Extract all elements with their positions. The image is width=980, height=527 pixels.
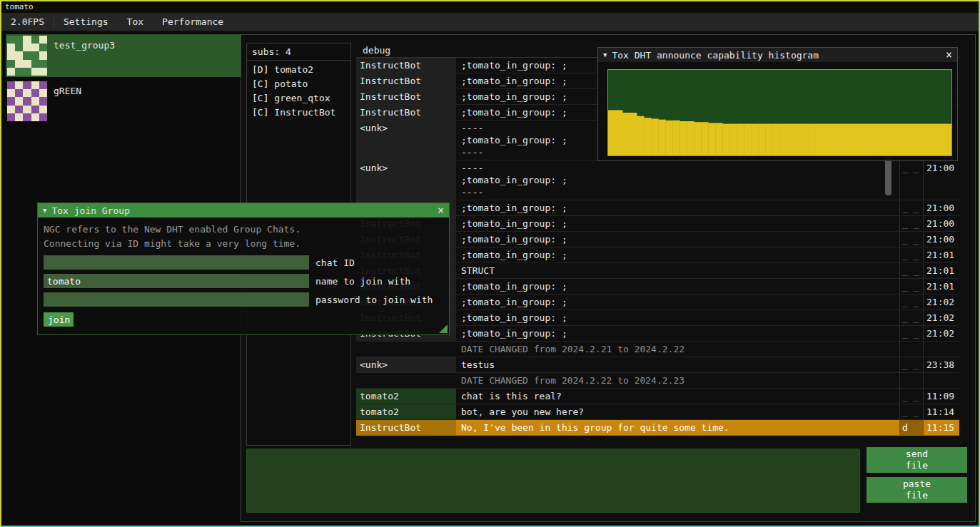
- chat-message-flags: _ _: [899, 295, 923, 309]
- roster-member[interactable]: [C] green_qtox: [247, 91, 350, 106]
- chat-sender: tomato2: [356, 404, 456, 419]
- chat-message-flags: _ _: [899, 310, 923, 325]
- join-button[interactable]: join: [44, 312, 74, 327]
- collapse-arrow-icon[interactable]: ▼: [43, 207, 46, 214]
- chat-message-row[interactable]: tomato2 chat is this real? _ _ 11:09: [356, 389, 959, 404]
- chat-sender: [356, 342, 456, 357]
- chat-message-time: 21:01: [923, 279, 959, 294]
- menu-item-performance[interactable]: Performance: [153, 13, 233, 31]
- chat-message-row[interactable]: DATE CHANGED from 2024.2.22 to 2024.2.23: [356, 373, 959, 389]
- menu-item-settings[interactable]: Settings: [54, 13, 118, 31]
- paste-file-button[interactable]: paste file: [867, 477, 967, 503]
- chat-message-text: chat is this real?: [456, 389, 899, 404]
- chat-message-text: ;tomato_in_group: ;: [456, 232, 899, 247]
- join-group-window-title: Tox join Group: [51, 205, 130, 216]
- roster-member-list: [D] tomato2[C] potato[C] green_qtox[C] I…: [247, 63, 350, 120]
- chat-message-time: 21:00: [923, 200, 959, 215]
- chat-message-time: 23:38: [923, 357, 959, 372]
- group-avatar: [7, 36, 47, 76]
- chat-message-time: 11:09: [923, 389, 959, 404]
- chat-message-flags: _ _: [899, 216, 923, 231]
- chat-message-row[interactable]: <unk> testus _ _ 23:38: [356, 357, 959, 373]
- menu-item-tox[interactable]: Tox: [118, 13, 153, 31]
- chat-message-flags: _ _: [899, 404, 923, 419]
- join-password-input[interactable]: [44, 292, 309, 307]
- chat-sender: [356, 373, 456, 388]
- chat-message-text: ;tomato_in_group: ;: [456, 295, 899, 309]
- chat-message-text: testus: [456, 357, 899, 372]
- chat-message-text: DATE CHANGED from 2024.2.21 to 2024.2.22: [456, 342, 899, 357]
- chat-message-row[interactable]: <unk> ---- ;tomato_in_group: ; ---- _ _ …: [356, 160, 959, 200]
- chat-sender: InstructBot: [356, 58, 456, 73]
- join-name-label: name to join with: [315, 276, 410, 287]
- chat-message-time: [923, 342, 959, 357]
- chat-message-time: 21:00: [923, 160, 959, 200]
- chat-sender: InstructBot: [356, 73, 456, 88]
- contact-name: test_group3: [54, 36, 115, 76]
- chat-message-text: ;tomato_in_group: ;: [456, 326, 899, 341]
- chat-message-row[interactable]: tomato2 bot, are you new here? _ _ 11:14: [356, 404, 959, 420]
- chat-message-flags: _ _: [899, 389, 923, 404]
- chat-message-time: [923, 373, 959, 388]
- chat-message-flags: _ _: [899, 263, 923, 278]
- window-title: tomato: [5, 2, 34, 11]
- dht-histogram-window-titlebar[interactable]: ▼ Tox DHT announce capability histogram …: [598, 48, 957, 62]
- chat-message-text: ---- ;tomato_in_group: ; ----: [456, 160, 899, 200]
- chat-message-text: ;tomato_in_group: ;: [456, 200, 899, 215]
- chat-id-label: chat ID: [315, 257, 355, 268]
- chat-id-input[interactable]: [44, 255, 309, 270]
- chat-message-flags: _ _: [899, 247, 923, 262]
- histogram-plot-svg: [608, 70, 951, 155]
- chat-message-flags: _ _: [899, 279, 923, 294]
- join-group-window: ▼ Tox join Group × NGC refers to the New…: [37, 203, 450, 335]
- chat-message-row[interactable]: DATE CHANGED from 2024.2.21 to 2024.2.22: [356, 342, 959, 357]
- chat-message-time: 21:00: [923, 232, 959, 247]
- resize-grip[interactable]: [439, 324, 448, 333]
- subs-count-label: subs: 4: [247, 44, 350, 59]
- dht-histogram-plot[interactable]: [607, 69, 952, 156]
- chat-message-row[interactable]: InstructBot No, I've been in this group …: [356, 420, 959, 436]
- close-icon[interactable]: ×: [438, 205, 444, 216]
- join-group-window-body: NGC refers to the New DHT enabled Group …: [38, 218, 449, 332]
- chat-sender: InstructBot: [356, 89, 456, 104]
- chat-message-time: 11:15: [923, 420, 959, 435]
- separator: [247, 60, 350, 61]
- chat-sender: InstructBot: [356, 105, 456, 120]
- roster-member[interactable]: [D] tomato2: [247, 63, 350, 77]
- ngc-info-line-1: NGC refers to the New DHT enabled Group …: [44, 222, 443, 237]
- contact-name: gREEN: [54, 81, 81, 121]
- chat-sender: InstructBot: [356, 420, 456, 435]
- contact-item-green[interactable]: gREEN: [6, 80, 241, 123]
- chat-message-time: 11:14: [923, 404, 959, 419]
- chat-message-text: ;tomato_in_group: ;: [456, 310, 899, 325]
- chat-message-time: 21:00: [923, 216, 959, 231]
- chat-message-text: ;tomato_in_group: ;: [456, 279, 899, 294]
- chat-message-flags: _ _: [899, 160, 923, 200]
- collapse-arrow-icon[interactable]: ▼: [603, 51, 607, 58]
- message-input[interactable]: [246, 449, 860, 513]
- dht-histogram-window-title: Tox DHT announce capability histogram: [612, 50, 819, 61]
- menu-item-fps[interactable]: 2.0FPS: [1, 13, 54, 31]
- chat-message-time: 21:02: [923, 326, 959, 341]
- chat-message-time: 21:01: [923, 247, 959, 262]
- chat-message-flags: _ _: [899, 326, 923, 341]
- roster-member[interactable]: [C] potato: [247, 77, 350, 91]
- chat-message-flags: _ _: [899, 200, 923, 215]
- chat-sender: <unk>: [356, 160, 456, 200]
- close-icon[interactable]: ×: [946, 50, 952, 61]
- chat-message-flags: d: [899, 420, 923, 435]
- join-name-input[interactable]: [44, 274, 309, 288]
- window-titlebar[interactable]: tomato: [1, 1, 979, 13]
- ngc-info-line-2: Connecting via ID might take a very long…: [44, 237, 443, 251]
- join-password-label: password to join with: [315, 295, 433, 305]
- roster-member[interactable]: [C] InstructBot: [247, 106, 350, 120]
- send-file-button[interactable]: send file: [867, 447, 967, 473]
- chat-message-time: 21:02: [923, 295, 959, 309]
- join-group-window-titlebar[interactable]: ▼ Tox join Group ×: [38, 203, 449, 218]
- chat-message-flags: _ _: [899, 232, 923, 247]
- chat-message-text: No, I've been in this group for quite so…: [456, 420, 899, 435]
- chat-message-text: bot, are you new here?: [456, 404, 899, 419]
- contact-item-test-group3[interactable]: test_group3: [6, 34, 241, 77]
- debug-section-label[interactable]: debug: [363, 44, 390, 57]
- chat-message-time: 21:01: [923, 263, 959, 278]
